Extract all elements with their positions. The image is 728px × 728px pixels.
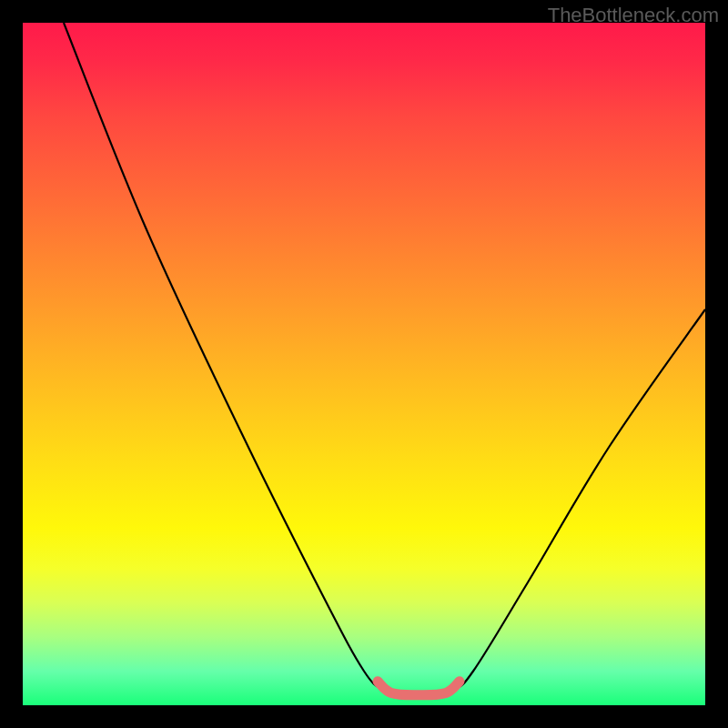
chart-svg — [23, 23, 705, 705]
bottleneck-curve-path — [64, 23, 705, 696]
watermark-text: TheBottleneck.com — [548, 4, 719, 27]
chart-plot-area — [23, 23, 705, 705]
optimal-zone-marker-path — [378, 682, 460, 695]
